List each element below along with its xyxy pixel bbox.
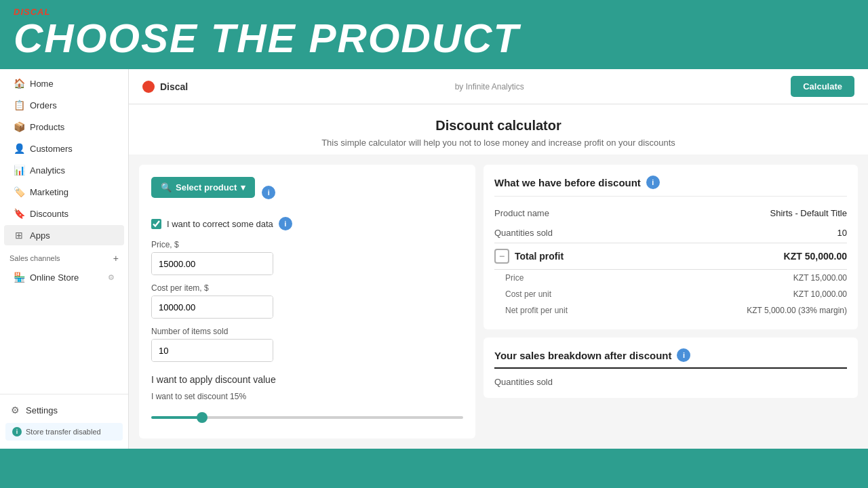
banner-title: CHOOSE THE PRODUCT	[14, 18, 854, 59]
store-settings-icon[interactable]: ⚙	[108, 273, 115, 282]
store-transfer-notice: i Store transfer disabled	[5, 423, 123, 441]
app-body: Discount calculator This simple calculat…	[129, 104, 868, 449]
sidebar-item-online-store[interactable]: 🏪 Online Store ⚙	[4, 267, 124, 287]
by-label: by Infinite Analytics	[455, 82, 524, 92]
sidebar-item-home[interactable]: 🏠 Home	[4, 73, 124, 94]
home-icon: 🏠	[14, 78, 24, 89]
minus-icon[interactable]: −	[494, 249, 509, 264]
select-product-info-icon[interactable]: i	[262, 186, 275, 199]
sidebar-item-products[interactable]: 📦 Products	[4, 117, 124, 137]
sidebar-item-customers[interactable]: 👤 Customers	[4, 138, 124, 159]
cost-input-wrapper: ▲ ▼	[151, 296, 273, 319]
before-discount-title: What we have before discount i	[494, 176, 847, 197]
add-channel-icon[interactable]: +	[113, 253, 119, 264]
after-discount-card: Your sales breakdown after discount i Qu…	[484, 338, 858, 398]
before-discount-card: What we have before discount i Product n…	[484, 165, 858, 329]
info-dot-icon: i	[12, 427, 22, 436]
main-content: Discal by Infinite Analytics Calculate D…	[129, 69, 868, 449]
discount-slider[interactable]	[151, 416, 463, 419]
sidebar-item-apps[interactable]: ⊞ Apps	[4, 225, 124, 245]
sales-channels-section: Sales channels +	[0, 246, 128, 266]
price-sub-row: Price KZT 15,000.00	[494, 270, 847, 286]
discount-title: I want to apply discount value	[151, 374, 463, 385]
after-discount-qty-label: Quantities sold	[494, 374, 847, 387]
price-field-group: Price, $ ▲ ▼	[151, 240, 463, 275]
correct-data-checkbox[interactable]	[151, 219, 161, 229]
correct-data-label: I want to correct some data	[167, 219, 273, 229]
marketing-icon: 🏷️	[14, 186, 24, 197]
price-input[interactable]	[152, 253, 273, 274]
sidebar-item-orders[interactable]: 📋 Orders	[4, 95, 124, 115]
sidebar-item-marketing[interactable]: 🏷️ Marketing	[4, 182, 124, 202]
product-name-row: Product name Shirts - Default Title	[494, 203, 847, 223]
app-container: 🏠 Home 📋 Orders 📦 Products 👤 Customers 📊…	[0, 69, 868, 449]
quantities-sold-row: Quantities sold 10	[494, 223, 847, 243]
select-product-button[interactable]: 🔍 Select product ▾	[151, 177, 255, 198]
search-icon: 🔍	[161, 182, 172, 192]
sidebar-settings[interactable]: ⚙ Settings	[0, 400, 128, 420]
after-discount-info-icon[interactable]: i	[677, 348, 690, 362]
calculator-header: Discount calculator This simple calculat…	[129, 104, 868, 155]
items-sold-label: Number of items sold	[151, 327, 463, 336]
items-sold-field-group: Number of items sold ▲ ▼	[151, 327, 463, 362]
apps-icon: ⊞	[14, 230, 24, 241]
calculator-subtitle: This simple calculator will help you not…	[142, 138, 854, 148]
analytics-icon: 📊	[14, 165, 24, 176]
total-profit-label: − Total profit	[494, 249, 564, 264]
chevron-down-icon: ▾	[241, 182, 245, 192]
correct-data-info-icon[interactable]: i	[279, 217, 292, 230]
items-sold-input-wrapper: ▲ ▼	[151, 339, 273, 362]
orders-icon: 📋	[14, 100, 24, 110]
calculator-body: 🔍 Select product ▾ i I want to correct s…	[129, 155, 868, 449]
store-icon: 🏪	[14, 272, 24, 283]
cost-label: Cost per item, $	[151, 283, 463, 293]
discount-section: I want to apply discount value I want to…	[151, 374, 463, 424]
total-profit-row: − Total profit KZT 50,000.00	[494, 243, 847, 270]
cost-input[interactable]	[152, 296, 273, 318]
cost-per-unit-sub-row: Cost per unit KZT 10,000.00	[494, 286, 847, 302]
calculate-button[interactable]: Calculate	[791, 76, 854, 97]
left-panel: 🔍 Select product ▾ i I want to correct s…	[139, 165, 475, 439]
settings-icon: ⚙	[9, 405, 20, 415]
net-profit-sub-row: Net profit per unit KZT 5,000.00 (33% ma…	[494, 302, 847, 319]
correct-data-row: I want to correct some data i	[151, 217, 463, 230]
price-label: Price, $	[151, 240, 463, 249]
discounts-icon: 🔖	[14, 208, 24, 219]
brand-dot	[142, 81, 155, 93]
app-brand: Discal	[142, 81, 188, 93]
after-discount-title: Your sales breakdown after discount i	[494, 348, 847, 369]
sidebar-item-discounts[interactable]: 🔖 Discounts	[4, 203, 124, 224]
sidebar-item-analytics[interactable]: 📊 Analytics	[4, 160, 124, 180]
products-icon: 📦	[14, 121, 24, 132]
app-header: Discal by Infinite Analytics Calculate	[129, 69, 868, 104]
discount-slider-label: I want to set discount 15%	[151, 392, 463, 401]
sidebar: 🏠 Home 📋 Orders 📦 Products 👤 Customers 📊…	[0, 69, 129, 449]
before-discount-info-icon[interactable]: i	[646, 176, 660, 189]
items-sold-input[interactable]	[152, 340, 273, 361]
sidebar-bottom: ⚙ Settings i Store transfer disabled	[0, 394, 128, 449]
right-panel: What we have before discount i Product n…	[484, 165, 858, 439]
customers-icon: 👤	[14, 143, 24, 154]
price-input-wrapper: ▲ ▼	[151, 252, 273, 275]
discount-slider-container	[151, 407, 463, 424]
calculator-title: Discount calculator	[142, 118, 854, 134]
banner: DISCAL CHOOSE THE PRODUCT	[0, 0, 868, 69]
cost-field-group: Cost per item, $ ▲ ▼	[151, 283, 463, 319]
